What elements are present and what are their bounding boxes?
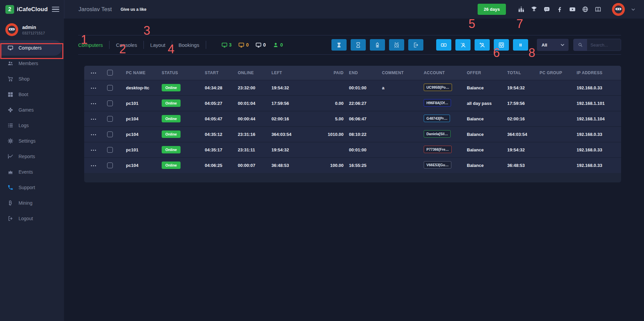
col-pc-group: PC GROUP [538,66,575,80]
col-status: STATUS [160,66,203,80]
table-row[interactable]: pc104 Online 04:06:25 00:00:07 36:48:53 … [84,157,621,173]
sidebar-item-logs[interactable]: Logs [0,118,64,133]
pc-filter-select[interactable]: All [537,39,569,51]
sidebar-item-games[interactable]: Games [0,102,64,118]
row-checkbox[interactable] [107,116,113,122]
row-menu-icon[interactable] [90,163,97,168]
account-badge[interactable]: Daniela[Sil… [424,130,451,138]
account-badge[interactable]: V66E53[Gu… [424,161,451,169]
facebook-icon[interactable] [556,6,563,13]
sidebar-item-support[interactable]: Support [0,180,64,195]
start-cell: 04:05:47 [203,111,236,126]
paid-cell: 100.00 [317,157,347,173]
header-menu-icon[interactable] [90,70,97,76]
sidebar-item-members[interactable]: Members [0,56,64,71]
account-badge[interactable]: P77366[Fre… [424,146,452,153]
counter-value: 0 [246,42,249,48]
account-badge[interactable]: H96F8A[Of… [424,99,451,107]
sidebar-item-events[interactable]: Events [0,164,64,180]
row-menu-icon[interactable] [90,148,97,153]
sidebar-item-shop[interactable]: Shop [0,71,64,87]
pc-group-cell [538,111,575,126]
alarm-button[interactable] [389,39,404,51]
end-cell: 00:01:00 [347,80,380,95]
table-row[interactable]: pc101 Online 04:05:27 00:01:04 17:59:56 … [84,95,621,111]
gamepad-icon [7,107,13,113]
end-cell: 00:01:00 [347,142,380,157]
youtube-icon[interactable] [569,6,576,13]
user-avatar[interactable] [612,3,625,16]
add-guest-button[interactable] [475,39,490,51]
sidebar-item-mining[interactable]: Mining [0,195,64,211]
col-paid: PAID [317,66,347,80]
users-icon [7,60,13,66]
chevron-down-icon[interactable] [631,7,636,12]
logout-icon [7,215,13,222]
hourglass-button[interactable] [351,39,366,51]
pc-name-cell: pc104 [124,126,160,142]
ip-address-cell: 192.168.0.33 [575,80,621,95]
tab-consoles[interactable]: Consoles [116,42,137,48]
row-checkbox[interactable] [107,147,113,153]
left-cell: 36:48:53 [269,157,317,173]
globe-icon[interactable] [582,6,589,13]
sidebar-avatar[interactable] [5,23,18,36]
status-badge: Online [162,162,181,169]
pc-name-cell: pc101 [124,95,160,111]
podium-icon[interactable] [518,6,525,13]
sidebar-item-label: Logs [19,123,29,128]
left-cell: 17:59:56 [269,95,317,111]
sign-out-button[interactable] [408,39,423,51]
pay-button[interactable] [436,39,451,51]
top-bar-main: Jaroslav Test Give us a like 26 days [64,0,644,19]
subscription-days-button[interactable]: 26 days [478,4,506,15]
table-row[interactable]: pc101 Online 04:35:17 23:31:11 19:54:32 … [84,142,621,157]
tab-bookings[interactable]: Bookings [179,42,199,48]
sidebar-item-logout[interactable]: Logout [0,211,64,226]
table-row[interactable]: pc104 Online 04:05:47 00:00:44 02:00:16 … [84,111,621,126]
tab-computers[interactable]: Computers [78,42,103,48]
account-badge[interactable]: UC995B[Po… [424,84,452,91]
row-menu-icon[interactable] [90,86,97,91]
hamburger-menu-icon[interactable] [52,7,59,12]
sidebar-item-reports[interactable]: Reports [0,149,64,164]
offer-cell: Balance [465,126,505,142]
col-left: LEFT [269,66,317,80]
total-cell: 36:48:53 [505,157,538,173]
select-all-checkbox[interactable] [107,70,113,76]
row-checkbox[interactable] [107,100,113,106]
row-checkbox[interactable] [107,132,113,137]
row-menu-icon[interactable] [90,101,97,106]
pc-group-cell [538,95,575,111]
search-input[interactable] [587,39,621,51]
sidebar-item-computers[interactable]: Computers [0,40,62,56]
list-icon [7,122,13,128]
tab-separator [109,41,109,49]
hourglass-filled-icon [336,42,342,48]
manual-book-icon[interactable] [594,6,602,13]
trophy-icon[interactable] [530,6,538,13]
total-cell: 364:03:54 [505,126,538,142]
start-cell: 04:34:28 [203,80,236,95]
add-member-star-button[interactable] [455,39,471,51]
row-checkbox[interactable] [107,163,113,168]
row-checkbox[interactable] [107,85,113,91]
pc-name-cell: pc104 [124,111,160,126]
search-icon [574,39,587,51]
account-badge[interactable]: G48743[Pr… [424,115,450,122]
table-row[interactable]: pc104 Online 04:35:12 23:31:16 364:03:54… [84,126,621,142]
screen-box-button[interactable] [494,39,509,51]
hourglass-filled-button[interactable] [331,39,347,51]
sidebar-item-boot[interactable]: Boot [0,87,64,102]
tabs: Computers Consoles Layout Bookings [78,41,213,49]
sidebar-item-settings[interactable]: Settings [0,133,64,149]
pc-name-cell: pc104 [124,157,160,173]
table-row[interactable]: desktop-ltc Online 04:34:28 23:32:00 19:… [84,80,621,95]
give-us-a-like-link[interactable]: Give us a like [121,7,147,12]
pause-button[interactable] [513,39,528,51]
battery-button[interactable] [370,39,385,51]
row-menu-icon[interactable] [90,117,97,122]
row-menu-icon[interactable] [90,132,97,137]
discord-icon[interactable] [543,6,550,13]
tab-layout[interactable]: Layout [150,42,165,48]
